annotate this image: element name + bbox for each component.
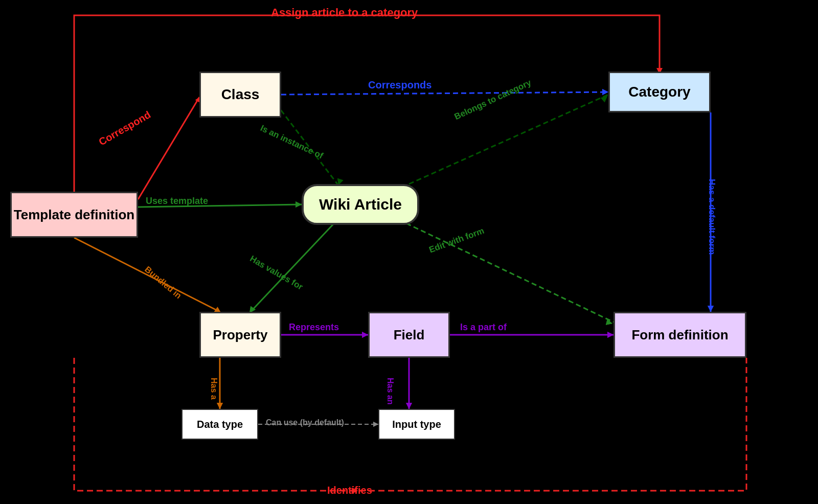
has-default-form-label: Has a default form [707,179,717,255]
belongs-category-label: Belongs to category [453,78,533,122]
input-type-node: Input type [378,409,455,440]
corresponds-label: Corresponds [368,79,431,91]
is-instance-label: Is an instance of [259,123,325,161]
field-node: Field [368,312,450,358]
edit-with-form-label: Edit with form [428,226,486,256]
form-definition-node: Form definition [614,312,746,358]
data-type-node: Data type [181,409,258,440]
correspond-label: Correspond [97,109,153,148]
wiki-article-node: Wiki Article [302,184,419,225]
is-part-of-label: Is a part of [460,322,507,333]
class-node: Class [199,72,281,118]
has-a-label: Has a [209,378,218,400]
has-values-label: Has values for [248,254,305,292]
template-definition-node: Template definition [10,192,138,238]
bundled-in-label: Bundled in [143,264,184,301]
uses-template-label: Uses template [146,196,208,207]
can-use-label: Can use (by default) [266,418,344,427]
assign-label: Assign article to a category [271,6,418,19]
represents-label: Represents [289,322,339,333]
has-an-label: Has an [385,378,395,404]
property-node: Property [199,312,281,358]
identifies-label: Identifies [327,485,372,496]
category-node: Category [608,72,711,112]
